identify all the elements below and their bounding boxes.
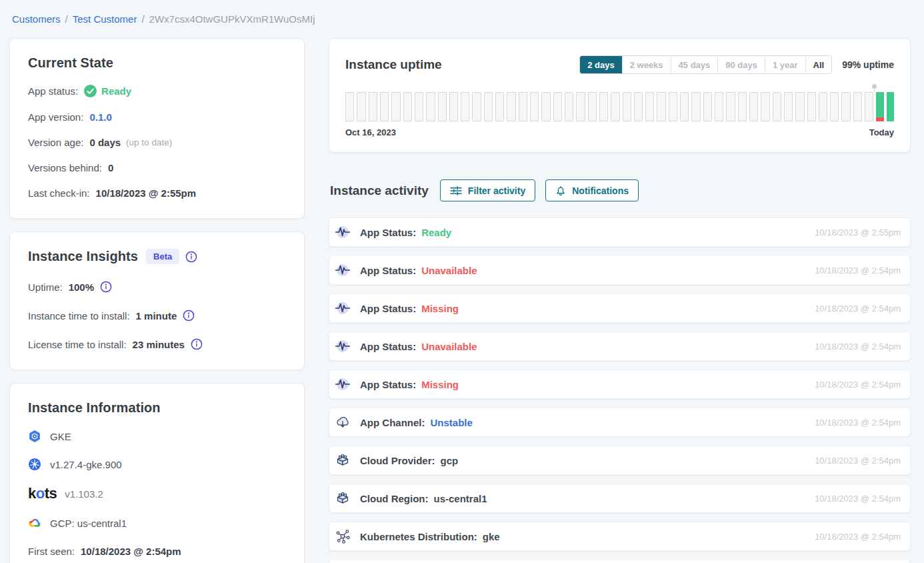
breadcrumb: Customers/Test Customer/2Wx7csx4OtwGUPkV…	[12, 13, 911, 25]
uptime-bar[interactable]	[738, 92, 747, 121]
pulse-icon	[335, 301, 350, 316]
activity-list: App Status: Ready 10/18/2023 @ 2:55pm Ap…	[329, 217, 911, 563]
customer-instance-page: Customers/Test Customer/2Wx7csx4OtwGUPkV…	[0, 0, 924, 563]
left-column: Current State App status: Ready App vers…	[9, 38, 305, 563]
version-age-label: Version age:	[28, 137, 83, 148]
uptime-bar[interactable]	[461, 92, 469, 121]
uptime-range-2-weeks[interactable]: 2 weeks	[622, 56, 671, 73]
uptime-range-45-days[interactable]: 45 days	[671, 56, 718, 73]
version-age-value: 0 days	[89, 137, 121, 148]
uptime-value: 100%	[69, 282, 94, 293]
info-icon[interactable]	[100, 281, 112, 293]
uptime-bar[interactable]	[761, 92, 769, 121]
uptime-bar[interactable]	[449, 92, 458, 121]
activity-label: App Status:	[360, 303, 416, 314]
uptime-bar[interactable]	[634, 92, 643, 121]
info-icon[interactable]	[191, 338, 203, 350]
uptime-range-all[interactable]: All	[805, 56, 832, 73]
uptime-bar[interactable]	[657, 92, 665, 121]
instance-information-title: Instance Information	[28, 400, 286, 416]
k8s-version-value: v1.27.4-gke.900	[50, 459, 122, 470]
uptime-bar[interactable]	[403, 92, 412, 121]
uptime-bar[interactable]	[495, 92, 504, 121]
uptime-bar[interactable]	[576, 92, 585, 121]
uptime-bar[interactable]	[703, 92, 712, 121]
uptime-bar[interactable]	[887, 92, 894, 121]
uptime-bar[interactable]	[784, 92, 793, 121]
activity-timestamp: 10/18/2023 @ 2:54pm	[815, 532, 901, 542]
beta-badge: Beta	[146, 249, 179, 264]
uptime-bar[interactable]	[565, 92, 573, 121]
app-version-link[interactable]: 0.1.0	[89, 111, 111, 123]
first-seen-row: First seen: 10/18/2023 @ 2:54pm	[28, 544, 286, 558]
info-icon[interactable]	[185, 251, 197, 263]
bell-icon	[555, 185, 566, 197]
breadcrumb-link[interactable]: Customers	[12, 13, 61, 25]
uptime-bar[interactable]	[507, 92, 515, 121]
uptime-bar[interactable]	[369, 92, 377, 121]
uptime-bar[interactable]	[749, 92, 758, 121]
box-icon	[335, 491, 350, 506]
uptime-bar[interactable]	[841, 92, 850, 121]
uptime-bar[interactable]	[611, 92, 619, 121]
pulse-icon	[335, 339, 350, 354]
activity-row: App Status: Unavailable 10/18/2023 @ 2:5…	[329, 255, 911, 285]
uptime-bar[interactable]	[680, 92, 689, 121]
versions-behind-label: Versions behind:	[28, 162, 102, 173]
uptime-bar[interactable]	[519, 92, 527, 121]
pulse-icon	[335, 225, 350, 239]
right-column: Instance uptime 2 days2 weeks45 days90 d…	[329, 38, 911, 563]
uptime-bar[interactable]	[645, 92, 654, 121]
uptime-bar[interactable]	[669, 92, 677, 121]
activity-label: Kubernetes Distribution:	[360, 531, 477, 542]
uptime-bar[interactable]	[623, 92, 631, 121]
uptime-bar[interactable]	[715, 92, 723, 121]
uptime-bar[interactable]	[415, 92, 423, 121]
app-status-row: App status: Ready	[28, 85, 286, 97]
uptime-bar[interactable]	[588, 92, 597, 121]
uptime-bar[interactable]	[773, 92, 781, 121]
uptime-range-1-year[interactable]: 1 year	[765, 56, 805, 73]
breadcrumb-link[interactable]: Test Customer	[73, 13, 137, 25]
uptime-bar[interactable]	[830, 92, 839, 121]
uptime-bar[interactable]	[819, 92, 827, 121]
instance-tti-label: Instance time to install:	[28, 310, 130, 322]
uptime-bar[interactable]	[553, 92, 562, 121]
uptime-bar[interactable]	[726, 92, 735, 121]
filter-activity-button[interactable]: Filter activity	[440, 179, 535, 201]
gcp-icon	[28, 518, 41, 528]
uptime-bar[interactable]	[426, 92, 435, 121]
uptime-bar[interactable]	[541, 92, 550, 121]
k8s-version-row: v1.27.4-gke.900	[28, 457, 286, 472]
uptime-bar[interactable]	[853, 92, 862, 121]
activity-value: us-central1	[433, 493, 487, 504]
uptime-bar[interactable]	[345, 92, 354, 121]
uptime-bar[interactable]	[865, 92, 873, 121]
activity-timestamp: 10/18/2023 @ 2:54pm	[815, 494, 901, 504]
activity-row: App Status: Unavailable 10/18/2023 @ 2:5…	[329, 332, 911, 361]
uptime-bar[interactable]	[807, 92, 816, 121]
uptime-label: Uptime:	[28, 282, 63, 293]
uptime-bar[interactable]	[691, 92, 700, 121]
uptime-bar[interactable]	[380, 92, 389, 121]
activity-label: Cloud Provider:	[360, 455, 435, 466]
uptime-bar[interactable]	[357, 92, 365, 121]
uptime-bar[interactable]	[484, 92, 493, 121]
uptime-bar[interactable]	[876, 92, 883, 121]
uptime-bar[interactable]	[599, 92, 608, 121]
notifications-button[interactable]: Notifications	[545, 179, 639, 201]
instance-activity-title: Instance activity	[330, 183, 429, 198]
instance-uptime-card: Instance uptime 2 days2 weeks45 days90 d…	[329, 38, 911, 153]
version-age-row: Version age: 0 days (up to date)	[28, 137, 286, 148]
pulse-icon	[335, 377, 350, 392]
uptime-range-2-days[interactable]: 2 days	[580, 56, 621, 73]
uptime-range-90-days[interactable]: 90 days	[717, 56, 765, 73]
uptime-bar[interactable]	[530, 92, 539, 121]
uptime-bar[interactable]	[795, 92, 804, 121]
kots-version-value: v1.103.2	[65, 488, 103, 500]
activity-row: Cloud Region: us-central1 10/18/2023 @ 2…	[329, 484, 911, 513]
uptime-bar[interactable]	[391, 92, 400, 121]
info-icon[interactable]	[183, 310, 195, 322]
uptime-bar[interactable]	[438, 92, 447, 121]
uptime-bar[interactable]	[472, 92, 481, 121]
